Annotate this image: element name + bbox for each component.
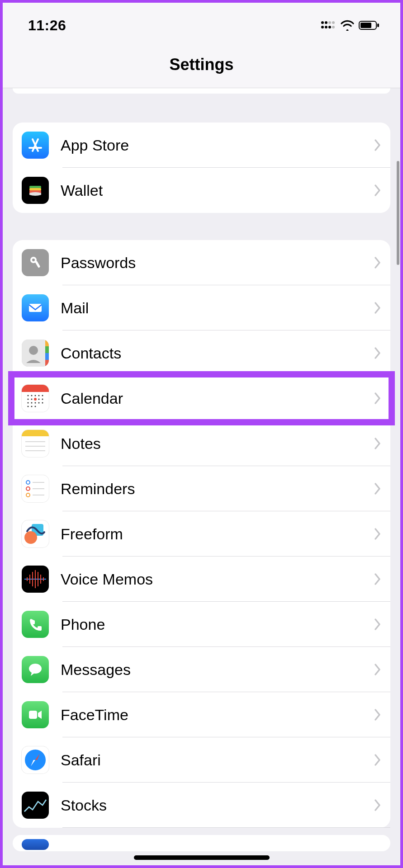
next-group-peek xyxy=(13,835,390,851)
svg-point-57 xyxy=(24,531,37,544)
chevron-right-icon xyxy=(374,663,381,676)
svg-rect-25 xyxy=(45,353,49,360)
svg-rect-10 xyxy=(377,24,379,27)
chevron-right-icon xyxy=(374,482,381,495)
svg-point-29 xyxy=(31,395,33,396)
appstore-icon xyxy=(22,132,49,159)
row-label: Contacts xyxy=(61,344,374,362)
reminders-icon xyxy=(22,475,49,502)
chevron-right-icon xyxy=(374,392,381,405)
row-label: Phone xyxy=(61,616,374,633)
svg-point-52 xyxy=(26,493,30,497)
svg-point-6 xyxy=(328,26,331,28)
row-phone[interactable]: Phone xyxy=(13,602,390,647)
status-time: 11:26 xyxy=(28,17,66,34)
scroll-indicator[interactable] xyxy=(397,161,399,265)
svg-rect-20 xyxy=(29,304,42,312)
row-label: Safari xyxy=(61,751,374,769)
row-label: Voice Memos xyxy=(61,571,374,588)
previous-group-tail xyxy=(13,88,390,94)
messages-icon xyxy=(22,656,49,683)
svg-point-51 xyxy=(26,487,30,491)
chevron-right-icon xyxy=(374,799,381,811)
chevron-right-icon xyxy=(374,256,381,269)
row-calendar[interactable]: Calendar xyxy=(13,376,390,421)
svg-rect-9 xyxy=(360,23,371,28)
row-label: Calendar xyxy=(61,390,374,407)
svg-point-66 xyxy=(29,664,42,674)
row-label: Messages xyxy=(61,661,374,679)
chevron-right-icon xyxy=(374,618,381,631)
freeform-icon xyxy=(22,520,49,547)
row-label: Wallet xyxy=(61,182,374,199)
settings-screen: 11:26 xyxy=(3,3,400,865)
chevron-right-icon xyxy=(374,302,381,314)
svg-point-40 xyxy=(38,402,40,404)
row-reminders[interactable]: Reminders xyxy=(13,466,390,511)
svg-point-18 xyxy=(32,259,35,261)
home-indicator[interactable] xyxy=(134,855,270,860)
contacts-icon xyxy=(22,340,49,367)
chevron-right-icon xyxy=(374,708,381,721)
row-label: Passwords xyxy=(61,254,374,272)
svg-point-28 xyxy=(28,395,29,396)
row-messages[interactable]: Messages xyxy=(13,647,390,692)
row-notes[interactable]: Notes xyxy=(13,421,390,466)
svg-point-38 xyxy=(31,402,33,404)
svg-point-50 xyxy=(26,481,30,484)
facetime-icon xyxy=(22,701,49,728)
header-area: 11:26 xyxy=(3,3,400,88)
row-label: FaceTime xyxy=(61,706,374,724)
chevron-right-icon xyxy=(374,139,381,151)
status-bar: 11:26 xyxy=(3,15,400,35)
row-freeform[interactable]: Freeform xyxy=(13,511,390,557)
chevron-right-icon xyxy=(374,437,381,450)
svg-point-5 xyxy=(325,26,327,28)
svg-point-33 xyxy=(28,399,29,400)
mail-icon xyxy=(22,294,49,321)
row-next-peek[interactable] xyxy=(13,835,390,851)
stocks-icon xyxy=(22,792,49,819)
unknown-icon xyxy=(22,839,49,850)
settings-list[interactable]: App Store Wallet xyxy=(3,88,400,851)
svg-point-41 xyxy=(42,402,43,404)
row-facetime[interactable]: FaceTime xyxy=(13,692,390,737)
row-label: Reminders xyxy=(61,480,374,498)
svg-rect-23 xyxy=(45,340,49,346)
svg-point-1 xyxy=(325,21,327,24)
svg-point-30 xyxy=(35,395,36,396)
wifi-icon xyxy=(341,20,354,31)
svg-point-32 xyxy=(42,395,43,396)
svg-point-36 xyxy=(42,399,43,400)
page-title: Settings xyxy=(3,35,400,88)
row-wallet[interactable]: Wallet xyxy=(13,168,390,213)
row-contacts[interactable]: Contacts xyxy=(13,330,390,376)
row-mail[interactable]: Mail xyxy=(13,285,390,330)
svg-rect-19 xyxy=(35,261,40,268)
row-stocks[interactable]: Stocks xyxy=(13,783,390,828)
row-appstore[interactable]: App Store xyxy=(13,123,390,168)
svg-rect-27 xyxy=(22,385,49,392)
wallet-icon xyxy=(22,177,49,204)
svg-point-31 xyxy=(38,395,40,396)
svg-point-0 xyxy=(321,21,324,24)
key-icon xyxy=(22,249,49,276)
svg-point-45 xyxy=(34,398,37,401)
row-safari[interactable]: Safari xyxy=(13,737,390,783)
chevron-right-icon xyxy=(374,184,381,197)
row-voicememos[interactable]: Voice Memos xyxy=(13,557,390,602)
phone-icon xyxy=(22,611,49,638)
row-label: Notes xyxy=(61,435,374,453)
svg-point-2 xyxy=(328,21,331,24)
svg-rect-26 xyxy=(45,360,49,367)
row-label: Mail xyxy=(61,299,374,317)
chevron-right-icon xyxy=(374,528,381,540)
svg-point-44 xyxy=(35,406,36,407)
group-apps: Passwords Mail xyxy=(13,240,390,828)
chevron-right-icon xyxy=(374,754,381,766)
svg-point-34 xyxy=(31,399,33,400)
calendar-icon xyxy=(22,385,49,412)
battery-icon xyxy=(359,20,379,31)
row-label: Freeform xyxy=(61,525,374,543)
row-passwords[interactable]: Passwords xyxy=(13,240,390,285)
